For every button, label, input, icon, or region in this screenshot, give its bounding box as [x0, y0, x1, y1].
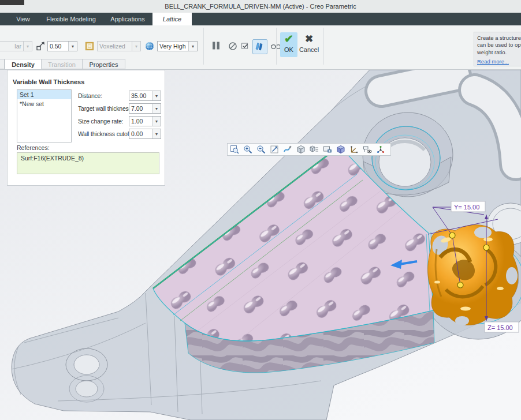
ok-check-icon: ✔: [280, 32, 297, 46]
chevron-down-icon: ▾: [152, 91, 161, 100]
svg-text:Z= 15.00: Z= 15.00: [487, 324, 513, 331]
tooltip-line: Create a structure o: [477, 35, 521, 42]
zoom-in-icon[interactable]: [241, 144, 254, 155]
capture-icon[interactable]: [321, 144, 334, 155]
size-change-rate-label: Size change rate:: [78, 116, 123, 126]
chevron-down-icon: ▾: [132, 42, 140, 51]
creo-parametric-window: BELL_CRANK_FORMULA_DRIVEN-MM (Active) - …: [0, 0, 521, 420]
repaint-icon[interactable]: [281, 144, 294, 155]
preview-glasses-icon[interactable]: [270, 41, 281, 51]
chevron-down-icon: ▾: [152, 129, 161, 138]
window-chrome-fragment: [0, 0, 24, 5]
zoom-out-icon[interactable]: [254, 144, 267, 155]
tab-transition[interactable]: Transition: [41, 59, 83, 69]
target-wall-thickness-label: Target wall thickness:: [78, 103, 133, 114]
tab-lattice[interactable]: Lattice: [152, 13, 192, 25]
chevron-down-icon: ▾: [152, 117, 161, 126]
reference-collector[interactable]: Surf:F16(EXTRUDE_8): [17, 152, 159, 174]
tooltip-line: weight ratio.: [477, 49, 521, 56]
ribbon-tab-strip: View Flexible Modeling Applications Latt…: [0, 13, 521, 25]
distance-combo[interactable]: 35.00▾: [129, 91, 161, 101]
cancel-button[interactable]: ✖ Cancel: [297, 32, 321, 57]
scale-icon: [36, 41, 46, 51]
tab-flexible-modeling[interactable]: Flexible Modeling: [39, 13, 103, 25]
chevron-down-icon: ▾: [68, 42, 77, 51]
no-preview-icon[interactable]: [228, 41, 238, 51]
cancel-x-icon: ✖: [297, 32, 321, 46]
representation-combo[interactable]: Voxelized ▾: [97, 41, 141, 51]
wall-thickness-cutoff-label: Wall thickness cutoff:: [78, 129, 132, 139]
spin-center-icon[interactable]: [374, 144, 387, 155]
set-list[interactable]: Set 1 *New set: [17, 89, 72, 142]
refit-icon[interactable]: [267, 144, 281, 155]
attached-preview-icon[interactable]: [254, 41, 265, 51]
tab-properties[interactable]: Properties: [82, 59, 125, 69]
dashboard-panel-tabs: Density Transition Properties: [0, 59, 521, 70]
graphics-toolbar: [227, 143, 391, 156]
annotation-display-icon[interactable]: [360, 144, 374, 155]
titlebar[interactable]: BELL_CRANK_FORMULA_DRIVEN-MM (Active) - …: [0, 0, 521, 13]
references-label: References:: [17, 144, 50, 151]
target-wall-thickness-combo[interactable]: 7.00▾: [129, 103, 161, 114]
gyroid-unit-cell[interactable]: [428, 225, 518, 325]
datum-display-icon[interactable]: [347, 144, 360, 155]
ok-button[interactable]: ✔ OK: [280, 32, 297, 57]
view-manager-icon[interactable]: [334, 144, 347, 155]
list-item-set1[interactable]: Set 1: [17, 90, 71, 99]
beam-diameter-combo[interactable]: 0.50 ▾: [47, 41, 77, 51]
verify-preview-icon[interactable]: [240, 41, 251, 51]
tab-view[interactable]: View: [7, 13, 39, 25]
cancel-label: Cancel: [297, 46, 321, 53]
voxel-icon: [84, 41, 95, 51]
list-item-new-set[interactable]: *New set: [17, 99, 71, 108]
wall-thickness-cutoff-combo[interactable]: 0.00▾: [129, 129, 161, 139]
window-title: BELL_CRANK_FORMULA_DRIVEN-MM (Active) - …: [165, 3, 356, 10]
ok-label: OK: [280, 46, 297, 53]
pause-icon[interactable]: [211, 40, 221, 51]
chevron-down-icon: ▾: [23, 42, 32, 51]
tab-density[interactable]: Density: [5, 59, 42, 69]
panel-tab-stub: [0, 59, 5, 69]
saved-views-icon[interactable]: [307, 144, 321, 155]
panel-title: Variable Wall Thickness: [13, 78, 84, 85]
density-panel: Variable Wall Thickness Set 1 *New set D…: [7, 70, 165, 186]
distance-label: Distance:: [78, 91, 102, 101]
chevron-down-icon: ▾: [152, 104, 161, 113]
chevron-down-icon: ▾: [188, 42, 197, 51]
dimension-label-y[interactable]: Y= 15.00: [451, 201, 485, 212]
dimension-label-z[interactable]: Z= 15.00: [485, 322, 519, 332]
display-style-icon[interactable]: [294, 144, 307, 155]
quality-combo[interactable]: Very High ▾: [157, 41, 198, 51]
size-change-rate-combo[interactable]: 1.00▾: [129, 116, 161, 126]
tab-applications[interactable]: Applications: [105, 13, 150, 25]
tooltip-line: can be used to opti: [477, 42, 521, 48]
cell-type-combo[interactable]: lar ▾: [0, 41, 32, 51]
svg-text:Y= 15.00: Y= 15.00: [454, 204, 479, 211]
zoom-region-icon[interactable]: [228, 144, 241, 155]
quality-sphere-icon: [144, 41, 155, 51]
reference-value: Surf:F16(EXTRUDE_8): [21, 155, 84, 162]
